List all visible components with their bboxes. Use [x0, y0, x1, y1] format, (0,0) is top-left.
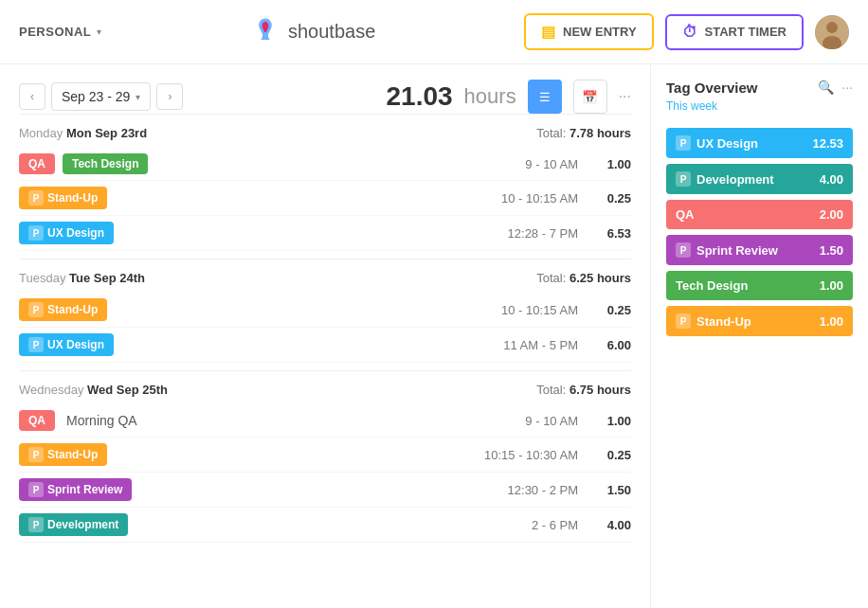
logo: shoutbase: [250, 17, 375, 47]
tag-tech-design[interactable]: Tech Design: [63, 153, 148, 174]
table-row: QA Morning QA 9 - 10 AM 1.00: [19, 404, 631, 438]
tag-overview-item-sprint-review[interactable]: P Sprint Review 1.50: [666, 235, 853, 265]
table-row: P Stand-Up 10:15 - 10:30 AM 0.25: [19, 438, 631, 473]
week-range-caret-icon: ▾: [136, 92, 140, 102]
tag-item-name: Tech Design: [676, 278, 748, 293]
tag-item-name: P Sprint Review: [676, 242, 778, 258]
logo-text: shoutbase: [288, 21, 375, 43]
p-badge: P: [676, 171, 691, 187]
list-view-button[interactable]: ☰: [528, 80, 562, 114]
tag-stand-up[interactable]: P Stand-Up: [19, 187, 107, 209]
entry-tags: QA Morning QA: [19, 410, 137, 431]
tag-overview-item-standup[interactable]: P Stand-Up 1.00: [666, 306, 853, 336]
start-timer-button[interactable]: ⏱ START TIMER: [665, 14, 804, 50]
entry-time-range: 9 - 10 AM: [464, 414, 578, 428]
entry-time-range: 9 - 10 AM: [464, 157, 578, 171]
day-name: Monday: [19, 126, 66, 140]
day-section-wednesday: Wednesday Wed Sep 25th Total: 6.75 hours…: [19, 370, 631, 543]
entry-tags: P Sprint Review: [19, 478, 132, 501]
workspace-label: PERSONAL: [19, 25, 91, 39]
calendar-view-button[interactable]: 📅: [573, 80, 607, 114]
entry-time-range: 2 - 6 PM: [464, 518, 578, 532]
table-row: P Stand-Up 10 - 10:15 AM 0.25: [19, 293, 631, 328]
tag-qa[interactable]: QA: [19, 410, 55, 431]
day-header-tuesday: Tuesday Tue Sep 24th Total: 6.25 hours: [19, 259, 631, 293]
more-options-button[interactable]: ···: [619, 88, 631, 105]
tag-development[interactable]: P Development: [19, 513, 128, 536]
next-week-button[interactable]: ›: [156, 83, 183, 110]
new-entry-button[interactable]: ▤ NEW ENTRY: [524, 13, 654, 50]
entry-tags: P Development: [19, 513, 128, 536]
tag-sprint-review[interactable]: P Sprint Review: [19, 478, 132, 501]
day-name: Tuesday: [19, 271, 69, 285]
entry-time-info: 10 - 10:15 AM 0.25: [464, 303, 631, 317]
new-entry-icon: ▤: [541, 23, 555, 41]
entry-time-info: 9 - 10 AM 1.00: [464, 414, 631, 428]
tag-ux-design[interactable]: P UX Design: [19, 222, 114, 244]
more-icon: ···: [619, 88, 631, 104]
sidebar-title: Tag Overview: [666, 80, 757, 96]
entry-time-info: 11 AM - 5 PM 6.00: [464, 338, 631, 352]
table-row: P UX Design 12:28 - 7 PM 6.53: [19, 216, 631, 251]
tag-ux-design[interactable]: P UX Design: [19, 333, 114, 356]
more-icon[interactable]: ···: [841, 80, 853, 95]
start-timer-label: START TIMER: [705, 25, 787, 39]
tag-stand-up[interactable]: P Stand-Up: [19, 298, 107, 321]
tag-item-value: 1.50: [820, 243, 843, 258]
avatar-image: [815, 15, 849, 49]
table-row: P Sprint Review 12:30 - 2 PM 1.50: [19, 473, 631, 508]
tag-overview-item-qa[interactable]: QA 2.00: [666, 200, 853, 229]
day-total-monday: Total: 7.78 hours: [536, 126, 631, 140]
day-name: Wednesday: [19, 383, 87, 397]
day-total-tuesday: Total: 6.25 hours: [536, 271, 631, 285]
entry-time-info: 12:28 - 7 PM 6.53: [464, 226, 631, 241]
entry-time-info: 12:30 - 2 PM 1.50: [464, 483, 631, 497]
p-badge: P: [28, 225, 44, 241]
tag-overview-sidebar: Tag Overview This week 🔍 ··· P UX Design…: [650, 64, 868, 608]
entry-tags: P UX Design: [19, 222, 114, 244]
list-view-icon: ☰: [539, 90, 551, 104]
tag-item-value: 1.00: [820, 314, 843, 329]
entry-time-range: 10:15 - 10:30 AM: [464, 448, 578, 462]
table-row: P Development 2 - 6 PM 4.00: [19, 508, 631, 543]
tag-overview-item-development[interactable]: P Development 4.00: [666, 164, 853, 194]
tag-item-label: UX Design: [696, 136, 758, 151]
calendar-view-icon: 📅: [582, 90, 598, 104]
tag-item-name: QA: [676, 207, 695, 222]
new-entry-label: NEW ENTRY: [563, 25, 637, 39]
tag-item-value: 4.00: [820, 172, 843, 187]
entry-tags: P UX Design: [19, 333, 114, 356]
main-content: ‹ Sep 23 - 29 ▾ › 21.03 hours ☰ 📅 ···: [0, 64, 868, 608]
entry-duration: 6.00: [593, 338, 631, 352]
sidebar-actions: 🔍 ···: [818, 80, 853, 95]
workspace-dropdown-icon: ▾: [97, 27, 101, 37]
p-badge: P: [676, 242, 691, 258]
entry-time-info: 10:15 - 10:30 AM 0.25: [464, 448, 631, 462]
day-section-monday: Monday Mon Sep 23rd Total: 7.78 hours QA…: [19, 114, 631, 251]
tag-qa[interactable]: QA: [19, 153, 55, 174]
week-range-selector[interactable]: Sep 23 - 29 ▾: [51, 82, 151, 111]
day-label-wednesday: Wednesday Wed Sep 25th: [19, 383, 168, 397]
entry-time-range: 10 - 10:15 AM: [464, 303, 578, 317]
search-icon[interactable]: 🔍: [818, 80, 834, 95]
day-label-monday: Monday Mon Sep 23rd: [19, 126, 147, 140]
p-badge: P: [28, 482, 44, 497]
workspace-selector[interactable]: PERSONAL ▾: [19, 25, 101, 39]
entry-duration: 0.25: [593, 303, 631, 317]
entry-tags: QA Tech Design: [19, 153, 148, 174]
entry-time-range: 12:30 - 2 PM: [464, 483, 578, 497]
tag-overview-item-ux-design[interactable]: P UX Design 12.53: [666, 128, 853, 158]
tag-stand-up[interactable]: P Stand-Up: [19, 443, 107, 466]
entry-tags: P Stand-Up: [19, 187, 107, 209]
sidebar-subtitle: This week: [666, 99, 757, 113]
hours-unit: hours: [464, 84, 516, 109]
tag-item-label: Tech Design: [676, 278, 748, 293]
time-entries-content: ‹ Sep 23 - 29 ▾ › 21.03 hours ☰ 📅 ···: [0, 64, 650, 608]
p-badge: P: [28, 302, 44, 317]
entry-duration: 6.53: [593, 226, 631, 241]
day-header-wednesday: Wednesday Wed Sep 25th Total: 6.75 hours: [19, 370, 631, 404]
avatar[interactable]: [815, 15, 849, 49]
tag-overview-item-tech-design[interactable]: Tech Design 1.00: [666, 271, 853, 300]
entry-duration: 1.50: [593, 483, 631, 497]
prev-week-button[interactable]: ‹: [19, 83, 45, 110]
